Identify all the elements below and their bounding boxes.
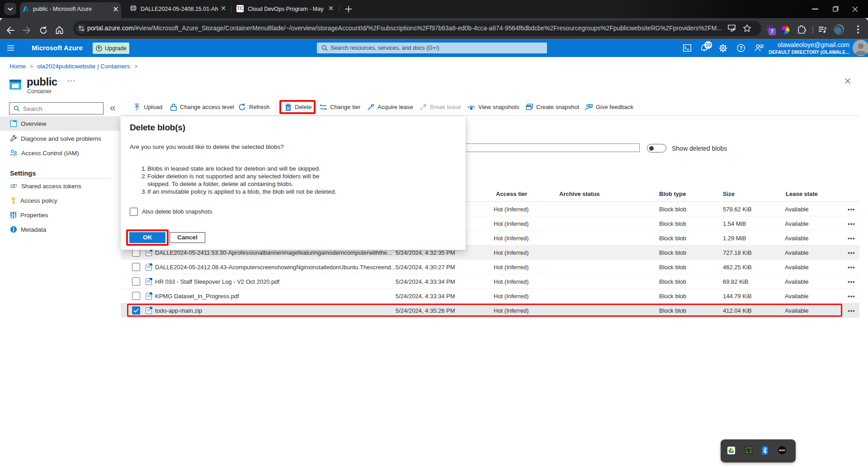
svg-text:?: ? bbox=[740, 45, 743, 51]
